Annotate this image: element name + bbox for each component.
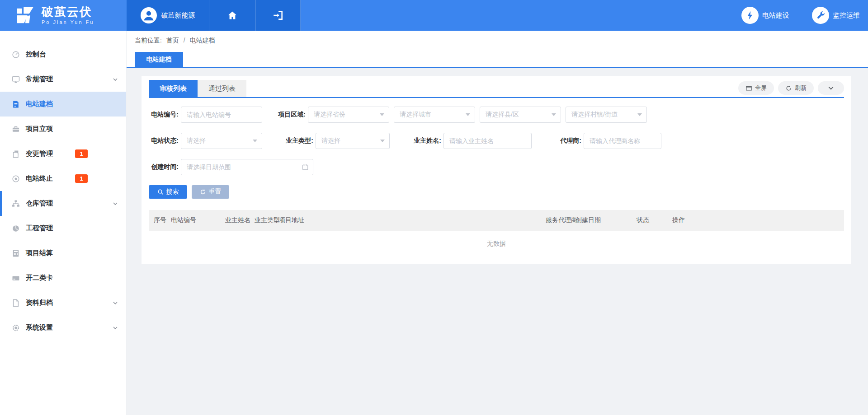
wrench-icon <box>812 7 829 24</box>
filter-row-1: 电站编号: 项目区域: 请选择省份 请选择城市 请选择县/区 <box>149 107 844 123</box>
sidebar-item-label: 开二类卡 <box>26 274 53 282</box>
agent-input[interactable] <box>584 133 661 149</box>
refresh-button[interactable]: 刷新 <box>778 81 814 95</box>
home-icon <box>227 10 238 21</box>
sidebar-item-engineering-management[interactable]: 工程管理 <box>0 216 126 241</box>
user-menu[interactable]: 破茧新能源 <box>127 0 209 31</box>
gauge-pie-icon <box>11 224 20 233</box>
owner-type-select[interactable]: 请选择 <box>316 133 390 149</box>
sidebar-item-project-initiation[interactable]: 项目立项 <box>0 117 126 141</box>
sitemap-icon <box>11 199 20 208</box>
briefcase-icon <box>11 125 20 134</box>
sidebar-item-change-management[interactable]: 变更管理 1 <box>0 141 126 166</box>
fullscreen-button[interactable]: 全屏 <box>738 81 774 95</box>
col-创建日期: 创建日期 <box>576 216 637 224</box>
owner-type-placeholder: 请选择 <box>321 137 340 145</box>
tab-review-list[interactable]: 审核列表 <box>149 80 198 97</box>
col-业主姓名: 业主姓名 <box>225 216 255 224</box>
reset-button[interactable]: 重置 <box>192 185 229 199</box>
refresh-label: 刷新 <box>795 84 807 92</box>
empty-state: 无数据 <box>149 231 844 264</box>
chevron-down-icon <box>113 77 118 82</box>
station-status-select[interactable]: 请选择 <box>181 133 262 149</box>
province-placeholder: 请选择省份 <box>314 111 345 119</box>
county-placeholder: 请选择县/区 <box>486 111 519 119</box>
village-select[interactable]: 请选择村镇/街道 <box>566 107 647 123</box>
calendar-icon[interactable] <box>302 163 309 171</box>
caret-down-icon <box>637 113 642 116</box>
refresh-icon <box>785 85 792 92</box>
target-icon <box>11 174 20 183</box>
content-area: 审核列表 通过列表 全屏 <box>127 68 868 264</box>
region-label: 项目区域: <box>276 111 306 119</box>
fullscreen-label: 全屏 <box>755 84 767 92</box>
sign-out-button[interactable] <box>256 0 301 31</box>
module-monitoring-ops[interactable]: 监控运维 <box>812 7 860 24</box>
owner-type-label: 业主类型: <box>283 137 313 145</box>
module-label: 电站建设 <box>762 11 789 20</box>
panel-tab-bar: 审核列表 通过列表 全屏 <box>149 76 844 98</box>
sidebar-item-project-settlement[interactable]: 项目结算 <box>0 241 126 266</box>
sidebar: 控制台 常规管理 电站建档 项目立项 变更管理 1 <box>0 31 127 415</box>
reset-label: 重置 <box>209 188 222 196</box>
brand-logo[interactable]: 破茧云伏 Po Jian Yun Fu <box>0 0 127 31</box>
col-项目地址: 项目地址 <box>279 216 546 224</box>
sidebar-item-station-archive[interactable]: 电站建档 <box>0 92 126 117</box>
document-icon <box>11 100 20 109</box>
card-icon <box>11 274 20 283</box>
notification-badge: 1 <box>75 174 88 183</box>
col-电站编号: 电站编号 <box>171 216 225 224</box>
breadcrumb-prefix: 当前位置: <box>135 37 162 44</box>
page-tab-station-archive[interactable]: 电站建档 <box>135 52 183 67</box>
filter-row-3: 创建时间: <box>149 159 844 175</box>
collapse-button[interactable] <box>818 81 844 95</box>
brand-logo-icon <box>15 6 36 25</box>
archive-doc-icon <box>11 298 20 308</box>
caret-down-icon <box>552 113 556 116</box>
city-placeholder: 请选择城市 <box>400 111 431 119</box>
user-name: 破茧新能源 <box>161 11 195 20</box>
sidebar-item-warehouse-management[interactable]: 仓库管理 <box>0 191 126 216</box>
caret-down-icon <box>466 113 470 116</box>
sidebar-item-station-termination[interactable]: 电站终止 1 <box>0 166 126 191</box>
module-station-construction[interactable]: 电站建设 <box>741 7 789 24</box>
calculator-icon <box>11 249 20 258</box>
sidebar-item-general-management[interactable]: 常规管理 <box>0 67 126 92</box>
breadcrumb-current: 电站建档 <box>189 37 215 44</box>
sidebar-item-label: 常规管理 <box>26 75 53 84</box>
province-select[interactable]: 请选择省份 <box>308 107 389 123</box>
date-range-field <box>181 159 313 175</box>
chevron-down-icon <box>828 85 834 91</box>
county-select[interactable]: 请选择县/区 <box>480 107 561 123</box>
notification-badge: 1 <box>75 149 88 158</box>
top-header: 破茧云伏 Po Jian Yun Fu 破茧新能源 <box>0 0 868 31</box>
breadcrumb-home-link[interactable]: 首页 <box>166 37 179 44</box>
monitor-icon <box>11 75 20 84</box>
brand-name: 破茧云伏 <box>42 6 94 18</box>
sidebar-item-label: 系统设置 <box>26 323 53 332</box>
chevron-down-icon <box>113 325 118 331</box>
sidebar-item-data-archiving[interactable]: 资料归档 <box>0 290 126 315</box>
breadcrumb-strip: 当前位置: 首页 / 电站建档 电站建档 <box>127 31 868 68</box>
sidebar-item-system-settings[interactable]: 系统设置 <box>0 315 126 340</box>
filter-actions: 搜索 重置 <box>149 185 844 199</box>
owner-name-input[interactable] <box>443 133 532 149</box>
reset-icon <box>200 189 206 195</box>
sidebar-item-console[interactable]: 控制台 <box>0 42 126 67</box>
tab-passed-list[interactable]: 通过列表 <box>198 80 246 97</box>
sidebar-item-label: 工程管理 <box>26 224 53 233</box>
station-code-input[interactable] <box>181 107 262 123</box>
fullscreen-icon <box>745 85 752 92</box>
city-select[interactable]: 请选择城市 <box>394 107 475 123</box>
search-button[interactable]: 搜索 <box>149 185 187 199</box>
col-服务代理商: 服务代理商 <box>546 216 576 224</box>
date-range-input[interactable] <box>181 159 313 175</box>
search-label: 搜索 <box>166 188 179 196</box>
home-button[interactable] <box>209 0 256 31</box>
search-icon <box>157 189 164 195</box>
sidebar-item-label: 变更管理 <box>26 149 53 158</box>
col-操作: 操作 <box>672 216 685 224</box>
breadcrumb: 当前位置: 首页 / 电站建档 <box>135 37 215 45</box>
sidebar-item-open-class2-card[interactable]: 开二类卡 <box>0 266 126 290</box>
brand-subtitle: Po Jian Yun Fu <box>42 20 94 25</box>
